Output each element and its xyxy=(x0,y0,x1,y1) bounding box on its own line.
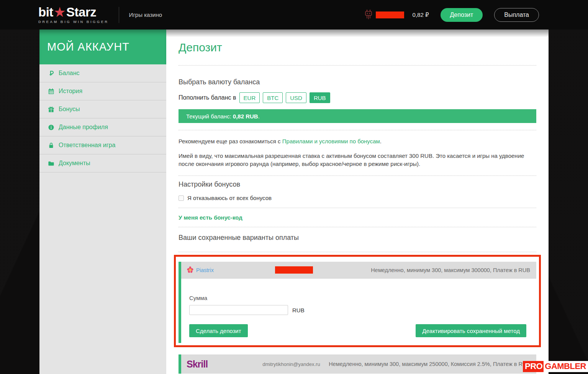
refuse-bonuses-row: Я отказываюсь от всех бонусов xyxy=(179,195,536,201)
red-highlight-annotation: Piastrix Немедленно, минимум 300, максим… xyxy=(174,255,541,347)
current-balance-banner: Текущий баланс: 0,82 RUB . xyxy=(179,109,536,123)
bitstarz-logo[interactable]: bit ★ Starz DREAM BIG WIN BIGGER xyxy=(38,6,109,24)
skrill-conditions: Немедленно, минимум 300, максимум 250000… xyxy=(329,361,530,367)
account-sidebar: МОЙ АККАУНТ Баланс История xyxy=(39,30,166,374)
nav-casino-games[interactable]: Игры казино xyxy=(129,11,162,18)
currency-button-rub-selected[interactable]: RUB xyxy=(310,92,330,103)
sidebar-item-label: Бонусы xyxy=(59,106,80,113)
sidebar-item-history[interactable]: История xyxy=(39,82,166,100)
header-divider xyxy=(119,7,119,23)
balance-banner-amount: 0,82 RUB xyxy=(233,113,258,120)
piastrix-logo: Piastrix xyxy=(187,266,214,274)
redacted-username xyxy=(376,11,404,18)
bonus-terms-link[interactable]: Правилами и условиями по бонусам xyxy=(282,138,380,144)
sidebar-item-label: История xyxy=(59,88,82,95)
divider xyxy=(179,208,536,208)
piastrix-conditions: Немедленно, минимум 300, максимум 300000… xyxy=(371,267,530,273)
piastrix-payment-method: Piastrix Немедленно, минимум 300, максим… xyxy=(179,262,536,343)
withdraw-button[interactable]: Выплата xyxy=(494,8,539,22)
header-account-area: 0,82 ₽ Депозит Выплата xyxy=(364,0,539,30)
folder-icon xyxy=(48,160,54,167)
make-deposit-button[interactable]: Сделать депозит xyxy=(189,324,248,337)
sidebar-item-documents[interactable]: Документы xyxy=(39,154,166,172)
calendar-icon xyxy=(48,88,54,95)
topup-label: Пополнить баланс в xyxy=(179,94,236,101)
refuse-bonuses-label: Я отказываюсь от всех бонусов xyxy=(187,195,272,201)
sidebar-item-profile[interactable]: Данные профиля xyxy=(39,118,166,136)
deposit-button[interactable]: Депозит xyxy=(441,8,483,22)
info-icon xyxy=(48,124,54,131)
ruble-icon xyxy=(48,70,54,77)
piastrix-deposit-form: Сумма RUB Сделать депозит Деактивировать… xyxy=(181,279,536,343)
refuse-bonuses-checkbox[interactable] xyxy=(179,195,184,201)
page-title: Депозит xyxy=(179,41,536,54)
logo-tagline: DREAM BIG WIN BIGGER xyxy=(38,20,109,24)
bonus-code-link[interactable]: У меня есть бонус-код xyxy=(179,214,242,221)
currency-button-eur[interactable]: EUR xyxy=(239,92,260,103)
deposit-main-content: Депозит Выбрать валюту баланса Пополнить… xyxy=(166,30,549,374)
redacted-account-id xyxy=(275,266,313,274)
divider xyxy=(179,227,536,227)
sidebar-item-label: Данные профиля xyxy=(59,124,108,131)
sidebar-item-label: Документы xyxy=(59,160,90,167)
piastrix-method-header[interactable]: Piastrix Немедленно, минимум 300, максим… xyxy=(181,262,536,279)
star-icon: ★ xyxy=(54,7,66,18)
skrill-account-email: dmitrytikhonin@yandex.ru xyxy=(262,361,320,367)
watermark-gambler: GAMBLER xyxy=(544,361,588,372)
logo-text-bit: bit xyxy=(38,6,53,18)
divider xyxy=(179,252,536,252)
amount-label: Сумма xyxy=(189,295,526,301)
logo-text-starz: Starz xyxy=(66,6,96,18)
sidebar-title: МОЙ АККАУНТ xyxy=(47,41,129,53)
sidebar-item-label: Баланс xyxy=(59,70,79,77)
max-bet-text: Имей в виду, что максимальная разрешенна… xyxy=(179,152,536,168)
skrill-logo: Skrill xyxy=(187,359,208,370)
balance-banner-prefix: Текущий баланс: xyxy=(186,113,231,120)
divider xyxy=(179,176,536,176)
saved-methods-heading: Ваши сохраненные варианты оплаты xyxy=(179,234,536,242)
page-container: МОЙ АККАУНТ Баланс История xyxy=(39,30,549,374)
gift-icon xyxy=(48,106,54,113)
currency-button-usd[interactable]: USD xyxy=(286,92,306,103)
sidebar-title-block: МОЙ АККАУНТ xyxy=(39,30,166,64)
bonus-settings-heading: Настройки бонусов xyxy=(179,180,536,189)
divider xyxy=(179,130,536,130)
choose-currency-heading: Выбрать валюту баланса xyxy=(179,78,536,86)
top-header: bit ★ Starz DREAM BIG WIN BIGGER Игры ка… xyxy=(0,0,588,30)
amount-input[interactable] xyxy=(189,305,288,315)
deactivate-method-button[interactable]: Деактивировать сохраненный метод xyxy=(416,324,526,337)
watermark-pro: PRO xyxy=(523,361,544,372)
sidebar-item-balance[interactable]: Баланс xyxy=(39,64,166,82)
piastrix-flower-icon xyxy=(187,266,194,274)
currency-selector-row: Пополнить баланс в EUR BTC USD RUB xyxy=(179,92,536,103)
sidebar-item-responsible-gaming[interactable]: Ответственная игра xyxy=(39,136,166,154)
piastrix-name: Piastrix xyxy=(196,267,214,273)
balance-banner-suffix: . xyxy=(258,113,260,120)
progambler-watermark: PRO GAMBLER xyxy=(523,361,588,372)
sidebar-item-bonuses[interactable]: Бонусы xyxy=(39,100,166,118)
recommendation-text: Рекомендуем еще раз ознакомиться с Прави… xyxy=(179,137,536,145)
robot-avatar-icon[interactable] xyxy=(364,10,373,20)
header-balance: 0,82 ₽ xyxy=(413,11,429,18)
skrill-payment-method[interactable]: Skrill dmitrytikhonin@yandex.ru Немедлен… xyxy=(179,354,536,374)
sidebar-item-label: Ответственная игра xyxy=(59,142,115,149)
divider xyxy=(179,65,536,66)
lock-icon xyxy=(48,142,54,149)
currency-button-btc[interactable]: BTC xyxy=(263,92,283,103)
amount-currency-suffix: RUB xyxy=(292,307,305,313)
